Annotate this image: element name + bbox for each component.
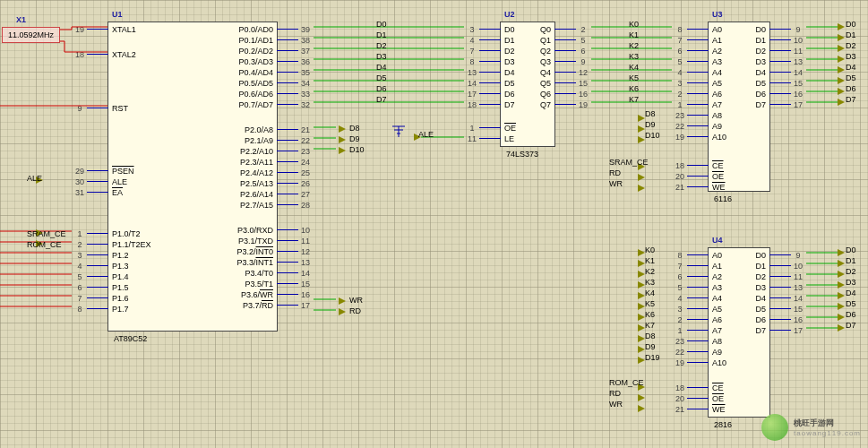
net-u4-rom_ce: ROM_CE xyxy=(609,378,644,387)
net-u4d-d5: D5 xyxy=(846,299,856,308)
pin-p1-4: 5P1.4 xyxy=(73,271,108,281)
net-u3-d0: D0 xyxy=(846,20,856,29)
watermark: 桃旺手游网 taowang119.com xyxy=(761,414,861,441)
pin-d0: 3D0 xyxy=(465,24,501,34)
net-d6: D6 xyxy=(376,84,387,93)
svg-marker-34 xyxy=(838,77,845,84)
net-k7: K7 xyxy=(629,95,639,104)
svg-marker-44 xyxy=(838,324,845,332)
pin-a8: 23A8 xyxy=(673,336,709,346)
pin-p3-6-wr: 16P3.6/WR xyxy=(277,289,313,299)
net-sram-ce: SRAM_CE xyxy=(27,229,66,238)
pin-rst: 9RST xyxy=(73,103,108,113)
pin-a6: 2A6 xyxy=(673,314,709,324)
net-u4-k1: K1 xyxy=(645,256,655,265)
pin-p0-7-ad7: 32P0.7/AD7 xyxy=(277,99,313,109)
svg-marker-7 xyxy=(339,308,346,315)
net-u4-k2: K2 xyxy=(645,267,655,276)
svg-marker-6 xyxy=(339,297,346,305)
pin-d1: 10D1 xyxy=(769,261,805,271)
net-u4d-d2: D2 xyxy=(846,267,856,276)
pin-p1-0-t2: 1P1.0/T2 xyxy=(73,228,108,238)
pin-d2: 11D2 xyxy=(769,46,805,56)
pin-xtal1: 19XTAL1 xyxy=(73,24,108,34)
svg-marker-23 xyxy=(638,335,645,342)
svg-marker-3 xyxy=(339,125,346,133)
pin-p2-0-a8: 21P2.0/A8 xyxy=(277,125,313,134)
net-u4d-d3: D3 xyxy=(846,278,856,287)
pin-q2: 6Q2 xyxy=(554,46,590,56)
svg-marker-20 xyxy=(638,303,645,310)
pin-d0: 9D0 xyxy=(769,24,805,34)
pin-a8: 23A8 xyxy=(673,110,709,120)
pin-d7: 17D7 xyxy=(769,325,805,335)
pin-p1-2: 3P1.2 xyxy=(73,250,108,260)
pin-q5: 15Q5 xyxy=(554,78,590,88)
net-u4-k4: K4 xyxy=(645,289,655,297)
svg-marker-42 xyxy=(838,303,845,310)
pin-p3-2-int0: 12P3.2/INT0 xyxy=(277,246,313,256)
net-u4-k7: K7 xyxy=(645,321,655,330)
pin-a9: 22A9 xyxy=(673,347,709,357)
pin-a0: 8A0 xyxy=(673,24,709,34)
svg-marker-29 xyxy=(838,23,845,30)
svg-marker-33 xyxy=(838,66,845,73)
net-u3-d9: D9 xyxy=(645,120,656,129)
net-d8: D8 xyxy=(349,124,360,133)
pin-p0-1-ad1: 38P0.1/AD1 xyxy=(277,35,313,45)
pin-a3: 5A3 xyxy=(673,282,709,292)
svg-marker-19 xyxy=(638,292,645,299)
svg-marker-17 xyxy=(638,271,645,278)
pin-a10: 19A10 xyxy=(673,132,709,142)
pin-d2: 11D2 xyxy=(769,271,805,281)
pin-d4: 14D4 xyxy=(769,67,805,77)
pin-p0-3-ad3: 36P0.3/AD3 xyxy=(277,56,313,66)
pin-p0-6-ad6: 33P0.6/AD6 xyxy=(277,89,313,99)
pin-a0: 8A0 xyxy=(673,250,709,260)
pin-le: 11LE xyxy=(465,134,501,143)
svg-marker-21 xyxy=(638,314,645,321)
pin-oe: 20OE xyxy=(673,171,709,181)
net-u3-d8: D8 xyxy=(645,109,656,118)
svg-marker-5 xyxy=(339,147,346,154)
pin-d3: 8D3 xyxy=(465,56,501,66)
pin-p1-3: 4P1.3 xyxy=(73,261,108,271)
pin-d6: 17D6 xyxy=(465,89,501,99)
net-d10: D10 xyxy=(349,145,365,154)
net-k0: K0 xyxy=(629,20,639,29)
crystal-ref: X1 xyxy=(16,15,26,24)
pin-ce: 18CE xyxy=(673,383,709,392)
net-u3-d4: D4 xyxy=(846,63,856,72)
net-u3-d5: D5 xyxy=(846,73,856,82)
pin-a4: 4A4 xyxy=(673,67,709,77)
svg-marker-16 xyxy=(638,260,645,267)
net-d2: D2 xyxy=(376,41,387,50)
net-wr: WR xyxy=(349,296,363,305)
pin-d5: 14D5 xyxy=(465,78,501,88)
svg-marker-37 xyxy=(838,249,845,256)
watermark-url: taowang119.com xyxy=(794,429,861,437)
pin-a1: 7A1 xyxy=(673,261,709,271)
pin-d5: 15D5 xyxy=(769,78,805,88)
net-u4-k6: K6 xyxy=(645,310,655,319)
pin-d7: 18D7 xyxy=(465,99,501,109)
u2-part: 74LS373 xyxy=(506,150,538,159)
pin-p2-3-a11: 24P2.3/A11 xyxy=(277,157,313,167)
svg-marker-43 xyxy=(838,314,845,321)
svg-marker-30 xyxy=(838,34,845,41)
net-u4d-d6: D6 xyxy=(846,310,856,319)
pin-a5: 3A5 xyxy=(673,304,709,314)
net-d5: D5 xyxy=(376,73,387,82)
svg-marker-38 xyxy=(838,260,845,267)
u3-ref: U3 xyxy=(712,10,723,19)
net-u4d-d1: D1 xyxy=(846,256,856,265)
svg-marker-25 xyxy=(638,357,645,364)
net-u3-wr: WR xyxy=(609,179,623,188)
pin-p2-7-a15: 28P2.7/A15 xyxy=(277,200,313,210)
pin-a6: 2A6 xyxy=(673,89,709,99)
pin-p0-0-ad0: 39P0.0/AD0 xyxy=(277,24,313,34)
pin-a4: 4A4 xyxy=(673,293,709,303)
pin-p3-1-txd: 11P3.1/TXD xyxy=(277,236,313,246)
net-rom-ce: ROM_CE xyxy=(27,240,62,249)
pin-psen: 29PSEN xyxy=(73,166,108,176)
